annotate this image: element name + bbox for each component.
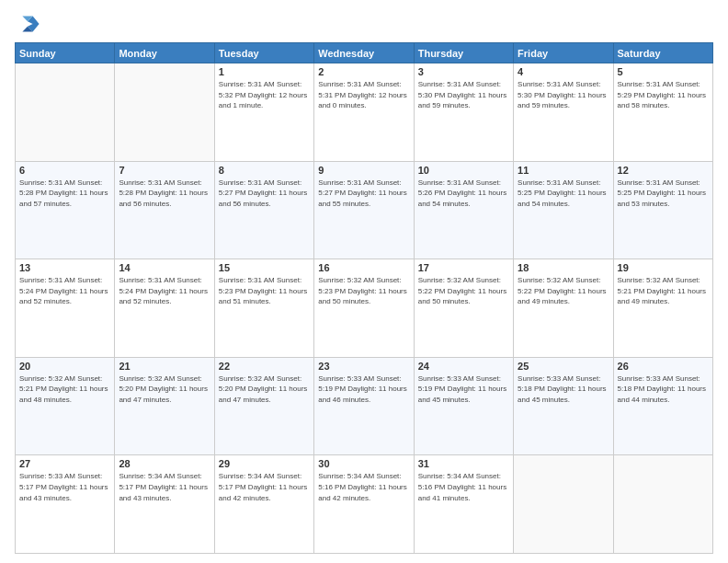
calendar-cell: 9Sunrise: 5:31 AM Sunset: 5:27 PM Daylig… (314, 161, 414, 259)
day-info: Sunrise: 5:31 AM Sunset: 5:25 PM Dayligh… (518, 178, 609, 210)
day-number: 18 (518, 262, 609, 273)
weekday-header-friday: Friday (514, 43, 613, 63)
day-number: 30 (318, 458, 409, 469)
day-number: 9 (318, 165, 409, 176)
day-info: Sunrise: 5:31 AM Sunset: 5:28 PM Dayligh… (19, 178, 110, 210)
day-info: Sunrise: 5:34 AM Sunset: 5:17 PM Dayligh… (119, 471, 210, 503)
logo-icon (15, 11, 40, 37)
calendar-cell: 26Sunrise: 5:33 AM Sunset: 5:18 PM Dayli… (613, 357, 712, 455)
calendar-cell: 1Sunrise: 5:31 AM Sunset: 5:32 PM Daylig… (214, 63, 313, 162)
calendar-cell: 20Sunrise: 5:32 AM Sunset: 5:21 PM Dayli… (16, 357, 115, 455)
day-info: Sunrise: 5:31 AM Sunset: 5:27 PM Dayligh… (219, 178, 310, 210)
day-info: Sunrise: 5:32 AM Sunset: 5:22 PM Dayligh… (418, 275, 509, 307)
weekday-header-monday: Monday (115, 43, 214, 63)
day-info: Sunrise: 5:34 AM Sunset: 5:17 PM Dayligh… (219, 471, 310, 503)
calendar-week-1: 1Sunrise: 5:31 AM Sunset: 5:32 PM Daylig… (16, 63, 713, 162)
calendar-cell: 3Sunrise: 5:31 AM Sunset: 5:30 PM Daylig… (414, 63, 513, 162)
calendar-cell: 31Sunrise: 5:34 AM Sunset: 5:16 PM Dayli… (414, 455, 513, 554)
day-info: Sunrise: 5:31 AM Sunset: 5:27 PM Dayligh… (318, 178, 409, 210)
day-number: 7 (119, 165, 210, 176)
calendar-cell: 28Sunrise: 5:34 AM Sunset: 5:17 PM Dayli… (115, 455, 214, 554)
weekday-header-tuesday: Tuesday (214, 43, 313, 63)
calendar-cell (115, 63, 214, 162)
day-info: Sunrise: 5:32 AM Sunset: 5:22 PM Dayligh… (518, 275, 609, 307)
day-number: 10 (418, 165, 509, 176)
weekday-header-saturday: Saturday (613, 43, 712, 63)
weekday-header-sunday: Sunday (16, 43, 115, 63)
calendar-cell: 5Sunrise: 5:31 AM Sunset: 5:29 PM Daylig… (613, 63, 712, 162)
day-info: Sunrise: 5:31 AM Sunset: 5:31 PM Dayligh… (318, 79, 409, 111)
day-number: 12 (618, 165, 709, 176)
day-info: Sunrise: 5:32 AM Sunset: 5:23 PM Dayligh… (318, 275, 409, 307)
calendar-cell: 11Sunrise: 5:31 AM Sunset: 5:25 PM Dayli… (514, 161, 613, 259)
day-number: 23 (318, 361, 409, 372)
day-number: 6 (19, 165, 110, 176)
day-info: Sunrise: 5:31 AM Sunset: 5:30 PM Dayligh… (418, 79, 509, 111)
day-number: 24 (418, 361, 509, 372)
day-number: 22 (219, 361, 310, 372)
calendar-cell: 14Sunrise: 5:31 AM Sunset: 5:24 PM Dayli… (115, 259, 214, 358)
day-number: 21 (119, 361, 210, 372)
calendar-cell: 7Sunrise: 5:31 AM Sunset: 5:28 PM Daylig… (115, 161, 214, 259)
calendar-cell: 30Sunrise: 5:34 AM Sunset: 5:16 PM Dayli… (314, 455, 414, 554)
calendar-cell (613, 455, 712, 554)
calendar-cell: 18Sunrise: 5:32 AM Sunset: 5:22 PM Dayli… (514, 259, 613, 358)
calendar-cell: 2Sunrise: 5:31 AM Sunset: 5:31 PM Daylig… (314, 63, 414, 162)
calendar-week-5: 27Sunrise: 5:33 AM Sunset: 5:17 PM Dayli… (16, 455, 713, 554)
day-info: Sunrise: 5:33 AM Sunset: 5:19 PM Dayligh… (418, 373, 509, 406)
calendar-cell: 27Sunrise: 5:33 AM Sunset: 5:17 PM Dayli… (16, 455, 115, 554)
day-info: Sunrise: 5:32 AM Sunset: 5:21 PM Dayligh… (618, 275, 709, 307)
day-info: Sunrise: 5:33 AM Sunset: 5:18 PM Dayligh… (518, 373, 609, 406)
day-info: Sunrise: 5:32 AM Sunset: 5:20 PM Dayligh… (119, 373, 210, 406)
day-info: Sunrise: 5:32 AM Sunset: 5:21 PM Dayligh… (19, 373, 110, 406)
day-number: 4 (518, 66, 609, 77)
day-number: 20 (19, 361, 110, 372)
day-number: 13 (19, 262, 110, 273)
day-info: Sunrise: 5:32 AM Sunset: 5:20 PM Dayligh… (219, 373, 310, 406)
day-info: Sunrise: 5:31 AM Sunset: 5:25 PM Dayligh… (618, 178, 709, 210)
calendar-week-2: 6Sunrise: 5:31 AM Sunset: 5:28 PM Daylig… (16, 161, 713, 259)
day-number: 31 (418, 458, 509, 469)
day-info: Sunrise: 5:33 AM Sunset: 5:17 PM Dayligh… (19, 471, 110, 503)
calendar-cell (514, 455, 613, 554)
calendar-cell: 22Sunrise: 5:32 AM Sunset: 5:20 PM Dayli… (214, 357, 313, 455)
calendar-cell: 24Sunrise: 5:33 AM Sunset: 5:19 PM Dayli… (414, 357, 513, 455)
day-info: Sunrise: 5:33 AM Sunset: 5:18 PM Dayligh… (618, 373, 709, 406)
calendar-cell: 4Sunrise: 5:31 AM Sunset: 5:30 PM Daylig… (514, 63, 613, 162)
day-number: 27 (19, 458, 110, 469)
calendar-cell: 25Sunrise: 5:33 AM Sunset: 5:18 PM Dayli… (514, 357, 613, 455)
day-info: Sunrise: 5:31 AM Sunset: 5:24 PM Dayligh… (119, 275, 210, 307)
day-info: Sunrise: 5:31 AM Sunset: 5:30 PM Dayligh… (518, 79, 609, 111)
day-number: 14 (119, 262, 210, 273)
calendar-table: SundayMondayTuesdayWednesdayThursdayFrid… (15, 42, 713, 554)
calendar-cell: 17Sunrise: 5:32 AM Sunset: 5:22 PM Dayli… (414, 259, 513, 358)
weekday-header-thursday: Thursday (414, 43, 513, 63)
calendar-cell: 19Sunrise: 5:32 AM Sunset: 5:21 PM Dayli… (613, 259, 712, 358)
logo (15, 11, 44, 37)
day-number: 3 (418, 66, 509, 77)
day-info: Sunrise: 5:31 AM Sunset: 5:29 PM Dayligh… (618, 79, 709, 111)
calendar-cell: 16Sunrise: 5:32 AM Sunset: 5:23 PM Dayli… (314, 259, 414, 358)
day-number: 15 (219, 262, 310, 273)
calendar-cell: 13Sunrise: 5:31 AM Sunset: 5:24 PM Dayli… (16, 259, 115, 358)
calendar-cell: 10Sunrise: 5:31 AM Sunset: 5:26 PM Dayli… (414, 161, 513, 259)
day-info: Sunrise: 5:34 AM Sunset: 5:16 PM Dayligh… (418, 471, 509, 503)
day-number: 8 (219, 165, 310, 176)
day-info: Sunrise: 5:31 AM Sunset: 5:26 PM Dayligh… (418, 178, 509, 210)
day-number: 25 (518, 361, 609, 372)
day-info: Sunrise: 5:31 AM Sunset: 5:24 PM Dayligh… (19, 275, 110, 307)
day-number: 29 (219, 458, 310, 469)
page: SundayMondayTuesdayWednesdayThursdayFrid… (0, 0, 728, 563)
calendar-cell: 8Sunrise: 5:31 AM Sunset: 5:27 PM Daylig… (214, 161, 313, 259)
calendar-cell: 15Sunrise: 5:31 AM Sunset: 5:23 PM Dayli… (214, 259, 313, 358)
day-number: 28 (119, 458, 210, 469)
day-number: 19 (618, 262, 709, 273)
day-number: 17 (418, 262, 509, 273)
day-info: Sunrise: 5:31 AM Sunset: 5:32 PM Dayligh… (219, 79, 310, 111)
day-number: 11 (518, 165, 609, 176)
weekday-header-row: SundayMondayTuesdayWednesdayThursdayFrid… (16, 43, 713, 63)
day-info: Sunrise: 5:34 AM Sunset: 5:16 PM Dayligh… (318, 471, 409, 503)
weekday-header-wednesday: Wednesday (314, 43, 414, 63)
day-number: 1 (219, 66, 310, 77)
calendar-cell: 29Sunrise: 5:34 AM Sunset: 5:17 PM Dayli… (214, 455, 313, 554)
